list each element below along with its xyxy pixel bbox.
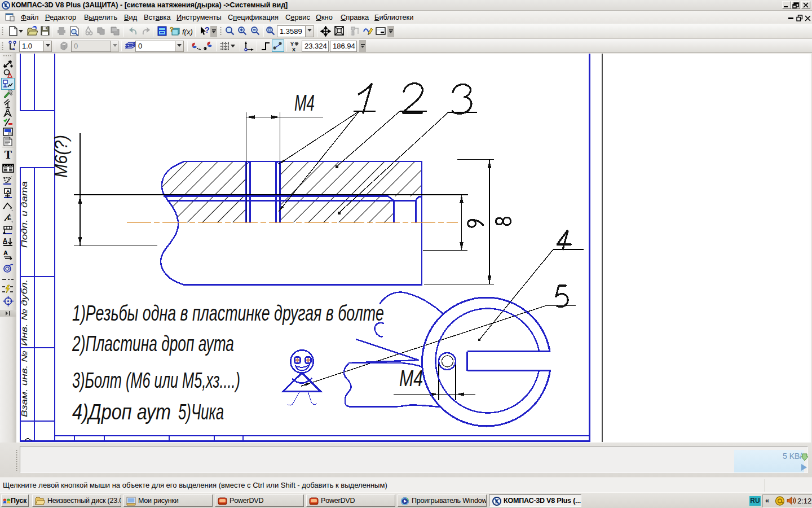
svg-text:М6(?): М6(?) xyxy=(51,135,71,178)
svg-text:2)Пластина дроп аута: 2)Пластина дроп аута xyxy=(72,332,234,356)
svg-text:?: ? xyxy=(170,26,174,33)
svg-text:А: А xyxy=(3,237,7,244)
svg-text:Y: Y xyxy=(290,41,294,47)
svg-text:X: X xyxy=(292,47,295,52)
svg-text:Инв. № дубл.: Инв. № дубл. xyxy=(20,279,29,346)
svg-text:?: ? xyxy=(205,26,210,34)
svg-text:Взам. инв. №: Взам. инв. № xyxy=(20,351,29,417)
svg-text:4)Дроп аут: 4)Дроп аут xyxy=(72,400,171,424)
svg-text:3)Болт (М6 или М5,хз....): 3)Болт (М6 или М5,хз....) xyxy=(72,369,240,392)
svg-text:М4: М4 xyxy=(399,366,423,391)
svg-text:1)Резьбы одна в пластинке друг: 1)Резьбы одна в пластинке другая в болте xyxy=(72,301,384,325)
svg-text:A: A xyxy=(6,189,10,194)
svg-text:М4: М4 xyxy=(294,90,315,115)
svg-text:Е: Е xyxy=(7,214,11,221)
svg-text:5)Чика: 5)Чика xyxy=(178,400,224,424)
svg-text:А: А xyxy=(3,249,8,256)
svg-text:Подп. и дата: Подп. и дата xyxy=(20,181,29,248)
